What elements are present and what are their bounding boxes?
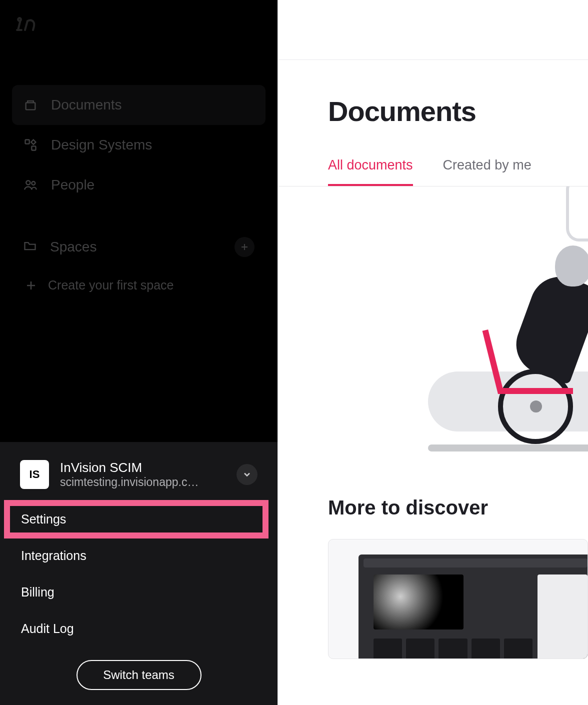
- folder-icon: [23, 238, 37, 256]
- sidebar-item-documents[interactable]: Documents: [12, 85, 266, 125]
- team-switcher[interactable]: IS InVision SCIM scimtesting.invisionapp…: [0, 442, 278, 501]
- team-menu-settings[interactable]: Settings: [0, 501, 278, 538]
- illustration-screen: [566, 186, 588, 242]
- page-title: Documents: [278, 60, 588, 128]
- discover-card-thumbnail: [358, 554, 588, 659]
- team-section: IS InVision SCIM scimtesting.invisionapp…: [0, 442, 278, 705]
- team-name: InVision SCIM: [60, 460, 226, 476]
- create-first-space[interactable]: Create your first space: [12, 269, 266, 302]
- main-content: Documents All documents Created by me Mo…: [278, 0, 588, 705]
- menu-item-label: Integrations: [21, 548, 86, 562]
- create-space-label: Create your first space: [48, 278, 174, 292]
- spaces-label: Spaces: [50, 239, 96, 255]
- document-tabs: All documents Created by me: [278, 128, 588, 186]
- svg-rect-1: [26, 140, 30, 144]
- primary-nav: Documents Design Systems People: [0, 55, 278, 302]
- switch-teams-button[interactable]: Switch teams: [76, 660, 202, 690]
- invision-logo: [0, 0, 278, 55]
- team-menu-integrations[interactable]: Integrations: [0, 538, 278, 574]
- sidebar-item-label: Documents: [51, 97, 122, 113]
- sidebar: Documents Design Systems People: [0, 0, 278, 705]
- discover-card[interactable]: [328, 539, 588, 659]
- menu-item-label: Billing: [21, 585, 54, 599]
- discover-heading: More to discover: [278, 496, 588, 519]
- svg-point-4: [32, 182, 35, 185]
- people-icon: [23, 178, 38, 192]
- spaces-header: Spaces: [12, 225, 266, 269]
- empty-state-illustration: [278, 186, 588, 496]
- illustration-hub: [530, 400, 542, 412]
- tab-all-documents[interactable]: All documents: [328, 158, 413, 186]
- chevron-down-icon[interactable]: [236, 464, 258, 485]
- illustration-shadow: [428, 444, 588, 452]
- team-url: scimtesting.invisionapp.c…: [60, 476, 226, 489]
- top-bar: [278, 0, 588, 60]
- team-menu-audit-log[interactable]: Audit Log: [0, 610, 278, 647]
- sidebar-item-label: Design Systems: [51, 137, 152, 153]
- svg-rect-2: [32, 146, 36, 150]
- svg-rect-0: [26, 102, 36, 110]
- menu-item-label: Audit Log: [21, 622, 74, 636]
- documents-icon: [23, 98, 38, 112]
- team-avatar: IS: [20, 460, 49, 489]
- sidebar-item-design-systems[interactable]: Design Systems: [12, 125, 266, 165]
- svg-point-3: [26, 180, 30, 184]
- design-systems-icon: [23, 138, 38, 152]
- team-menu-billing[interactable]: Billing: [0, 574, 278, 610]
- sidebar-item-people[interactable]: People: [12, 165, 266, 205]
- illustration-person-head: [555, 246, 588, 286]
- tab-created-by-me[interactable]: Created by me: [443, 158, 532, 186]
- sidebar-item-label: People: [51, 177, 94, 193]
- add-space-button[interactable]: [234, 237, 254, 257]
- menu-item-label: Settings: [21, 512, 66, 526]
